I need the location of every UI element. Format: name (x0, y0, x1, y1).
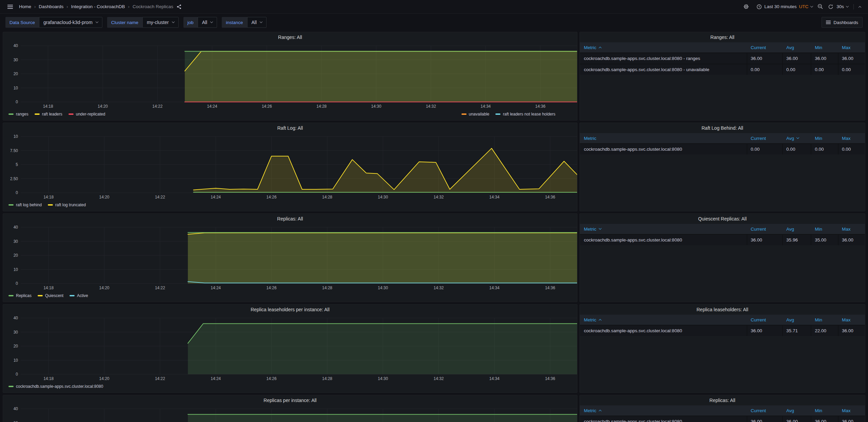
column-header-metric[interactable]: Metric (580, 317, 747, 322)
y-axis-tick-label: 40 (14, 225, 18, 230)
column-header-metric[interactable]: Metric (580, 227, 747, 232)
column-header-label: Avg (786, 408, 794, 413)
column-header-min[interactable]: Min (811, 317, 838, 322)
dashboards-list-button[interactable]: Dashboards (822, 17, 863, 28)
table-header-row: MetricCurrentAvgMinMax (580, 133, 865, 143)
collapse-controls-button[interactable] (856, 2, 863, 12)
legend-group-left: rangesraft leadersunder-replicated (8, 112, 105, 117)
panel-title[interactable]: Replicas: All (580, 395, 865, 405)
y-axis-tick-label: 10 (14, 86, 18, 90)
column-header-max[interactable]: Max (838, 408, 865, 413)
chart-body: 01020304014:1814:2014:2214:2414:2614:281… (3, 405, 577, 422)
y-axis-tick-label: 30 (14, 239, 18, 244)
legend-item-quiescent[interactable]: Quiescent (38, 293, 63, 298)
legend-item-cockroachdb-sample-apps-svc-cluster-local-8080[interactable]: cockroachdb.sample-apps.svc.cluster.loca… (8, 384, 103, 389)
breadcrumb-integration-cockroachdb[interactable]: Integration - CockroachDB (71, 4, 125, 9)
legend-item-raft-log-truncated[interactable]: raft log truncated (48, 203, 86, 207)
column-header-max[interactable]: Max (838, 227, 865, 232)
refresh-button[interactable] (826, 2, 836, 12)
column-header-current[interactable]: Current (747, 227, 782, 232)
y-axis-tick-label: 0 (16, 281, 18, 286)
value-cell: 0.00 (747, 144, 782, 154)
menu-button[interactable] (5, 2, 16, 12)
legend-item-under-replicated[interactable]: under-replicated (68, 112, 105, 117)
column-header-label: Avg (786, 45, 794, 50)
column-header-avg[interactable]: Avg (782, 317, 811, 322)
dashboard-settings-button[interactable] (741, 2, 751, 12)
column-header-min[interactable]: Min (811, 45, 838, 50)
column-header-metric[interactable]: Metric (580, 136, 747, 141)
column-header-metric[interactable]: Metric (580, 45, 747, 50)
legend-item-raft-log-behind[interactable]: raft log behind (8, 203, 42, 207)
panel-title[interactable]: Ranges: All (3, 32, 577, 42)
legend-item-raft-leaders[interactable]: raft leaders (35, 112, 62, 117)
column-header-min[interactable]: Min (811, 408, 838, 413)
legend-label: cockroachdb.sample-apps.svc.cluster.loca… (16, 384, 103, 389)
variable-value-job[interactable]: All (198, 17, 217, 28)
legend-swatch-icon (8, 295, 14, 296)
variable-value-instance[interactable]: All (247, 17, 267, 28)
breadcrumb-separator: › (66, 4, 68, 9)
x-axis-tick-label: 14:22 (155, 286, 165, 290)
variable-value-cluster-name[interactable]: my-cluster (142, 17, 179, 28)
dashboard-panel-grid: Ranges: All01020304014:1814:2014:2214:24… (0, 31, 868, 422)
legend-label: raft log behind (16, 203, 42, 207)
zoom-out-time-button[interactable] (815, 2, 826, 12)
chart-canvas-raft-log-all[interactable]: 02.5057.501014:1814:2014:2214:2414:2614:… (6, 133, 577, 201)
legend-item-replicas[interactable]: Replicas (8, 293, 32, 298)
panel-title[interactable]: Replica leaseholders per instance: All (3, 304, 577, 315)
x-axis-tick-label: 14:18 (43, 195, 54, 199)
breadcrumb: Home › Dashboards › Integration - Cockro… (19, 4, 173, 9)
legend-item-unavailable[interactable]: unavailable (461, 112, 490, 117)
share-button[interactable] (174, 2, 184, 12)
time-range-picker-button[interactable]: Last 30 minutes UTC (754, 2, 815, 12)
column-header-avg[interactable]: Avg (782, 136, 811, 141)
panel-title[interactable]: Quiescent Replicas: All (580, 214, 865, 224)
legend-item-raft-leaders-not-lease-holders[interactable]: raft leaders not lease holders (495, 112, 555, 117)
breadcrumb-dashboards[interactable]: Dashboards (39, 4, 63, 9)
x-axis-tick-label: 14:26 (267, 286, 277, 290)
panel-ranges-all-table: Ranges: AllMetricCurrentAvgMinMaxcockroa… (579, 32, 865, 121)
column-header-avg[interactable]: Avg (782, 227, 811, 232)
column-header-max[interactable]: Max (838, 317, 865, 322)
sort-caret-down-icon (796, 136, 799, 139)
panel-title[interactable]: Replica leaseholders: All (580, 304, 865, 315)
column-header-max[interactable]: Max (838, 136, 865, 141)
x-axis-tick-label: 14:32 (434, 376, 444, 381)
chevron-down-icon (810, 4, 813, 7)
panel-title[interactable]: Raft Log: All (3, 123, 577, 133)
column-header-current[interactable]: Current (747, 408, 782, 413)
column-header-avg[interactable]: Avg (782, 45, 811, 50)
x-axis-tick-label: 14:36 (545, 286, 555, 290)
panel-title[interactable]: Ranges: All (580, 32, 865, 42)
y-axis-tick-label: 10 (14, 134, 18, 139)
panel-title[interactable]: Replicas per instance: All (3, 395, 577, 405)
table-header-row: MetricCurrentAvgMinMax (580, 42, 865, 52)
legend-item-ranges[interactable]: ranges (8, 112, 28, 117)
column-header-metric[interactable]: Metric (580, 408, 747, 413)
value-cell: 36.00 (811, 416, 838, 422)
timezone-label: UTC (799, 4, 808, 9)
column-header-min[interactable]: Min (811, 136, 838, 141)
column-header-current[interactable]: Current (747, 45, 782, 50)
legend-item-active[interactable]: Active (70, 293, 88, 298)
y-axis-tick-label: 10 (14, 358, 18, 363)
column-header-current[interactable]: Current (747, 317, 782, 322)
chart-canvas-ranges-all[interactable]: 01020304014:1814:2014:2214:2414:2614:281… (6, 42, 577, 110)
column-header-max[interactable]: Max (838, 45, 865, 50)
chart-canvas-replicas-per-instance-all[interactable]: 01020304014:1814:2014:2214:2414:2614:281… (6, 405, 577, 422)
chart-canvas-replicas-all[interactable]: 01020304014:1814:2014:2214:2414:2614:281… (6, 224, 577, 292)
share-icon (176, 4, 182, 9)
column-header-avg[interactable]: Avg (782, 408, 811, 413)
variable-value-data-source[interactable]: grafanacloud-k3d-prom (39, 17, 102, 28)
legend-group-right: unavailableraft leaders not lease holder… (461, 112, 572, 117)
value-cell: 36.00 (838, 53, 865, 64)
refresh-interval-dropdown[interactable]: 30s (836, 2, 851, 12)
panel-title[interactable]: Raft Log Behind: All (580, 123, 865, 133)
column-header-current[interactable]: Current (747, 136, 782, 141)
breadcrumb-home[interactable]: Home (19, 4, 31, 9)
panel-title[interactable]: Replicas: All (3, 214, 577, 224)
chart-canvas-replica-leaseholders-per-instance-all[interactable]: 01020304014:1814:2014:2214:2414:2614:281… (6, 315, 577, 382)
panel-replica-leaseholders-all-table: Replica leaseholders: AllMetricCurrentAv… (579, 304, 865, 393)
column-header-min[interactable]: Min (811, 227, 838, 232)
